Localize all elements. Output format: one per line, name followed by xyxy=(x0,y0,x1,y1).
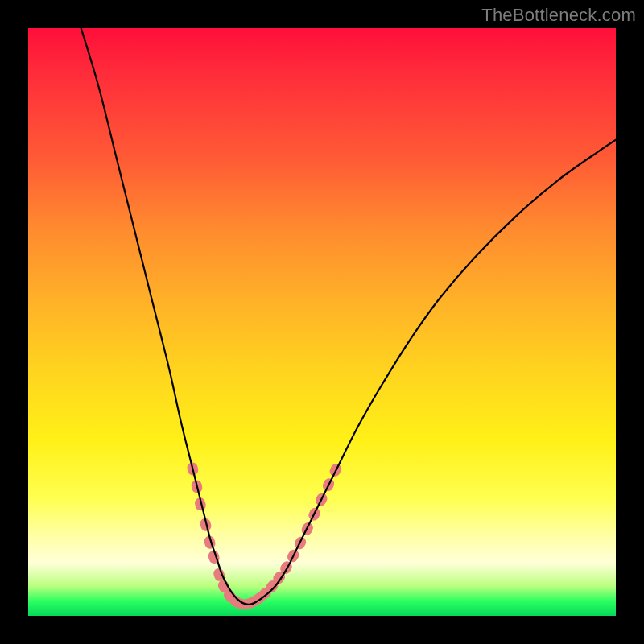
bottleneck-curve xyxy=(81,28,616,605)
curve-layer xyxy=(28,28,616,616)
watermark-text: TheBottleneck.com xyxy=(481,5,636,26)
chart-frame: TheBottleneck.com xyxy=(0,0,644,644)
plot-area xyxy=(28,28,616,616)
